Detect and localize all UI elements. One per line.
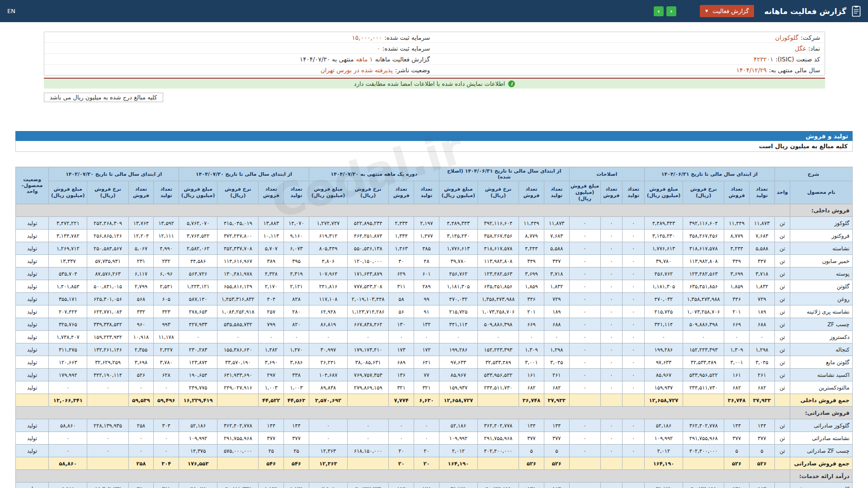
col-subheader-amount: مبلغ فروش (میلیون ریال) bbox=[569, 181, 600, 204]
value-cell: ۱,۸۵۹ bbox=[519, 280, 544, 293]
value-cell: ۱۱,۸۷۳ bbox=[749, 217, 774, 230]
value-cell: ۶۲۸ bbox=[154, 369, 179, 381]
value-cell: ۲,۵۸۲,۰۶۲ bbox=[179, 242, 217, 255]
status-cell: تولید bbox=[16, 343, 49, 356]
value-cell: ۵۲۶ bbox=[724, 457, 750, 470]
value-cell: ۵ bbox=[749, 445, 774, 457]
value-cell: ۵۰۰,۸۴۱,۰۱۵ bbox=[87, 280, 128, 293]
unit-cell: تن bbox=[774, 305, 790, 318]
value-cell: ۲۵۷ bbox=[259, 305, 284, 318]
report-type-dropdown[interactable]: گزارش فعالیت ▼ bbox=[700, 5, 755, 17]
unit-cell: تن bbox=[774, 293, 790, 305]
col-subheader-qty_sold: تعداد فروش bbox=[259, 181, 284, 204]
value-cell: ۰ bbox=[600, 483, 623, 488]
status-cell: تولید bbox=[16, 255, 49, 267]
product-name-cell: گلوتن مایع bbox=[790, 356, 853, 369]
value-cell: ۴۵۲,۴۳۷,۷۰۸ bbox=[217, 242, 259, 255]
value-cell: ۳,۰۰۱ bbox=[519, 356, 544, 369]
info-label: شرکت: bbox=[801, 34, 820, 41]
info-value-link[interactable]: گلوکوزان bbox=[775, 34, 798, 41]
value-cell bbox=[569, 394, 600, 407]
value-cell: ۰ bbox=[87, 432, 128, 445]
value-cell: ۹۹۳ bbox=[154, 318, 179, 331]
value-cell: ۰ bbox=[128, 381, 154, 394]
product-name-cell: پوسته bbox=[790, 267, 853, 280]
value-cell: ۱,۸۳۲ bbox=[544, 280, 569, 293]
value-cell: ۴۰,۸۱۱,۳۳۷ bbox=[217, 483, 259, 488]
value-cell: ۴,۹۹۰ bbox=[154, 242, 179, 255]
header-row-cols: نام محصولواحدتعداد تولیدتعداد فروشنرخ فر… bbox=[16, 181, 853, 204]
value-cell: ۸۶,۸۱۹ bbox=[309, 318, 347, 331]
value-cell: ۰ bbox=[179, 331, 217, 343]
value-cell bbox=[623, 394, 645, 407]
product-row: گلوتنتن۱,۸۳۲۱,۸۵۹۶۳۵,۴۵۱,۸۵۶۱,۱۸۱,۳۰۵۰۰۰… bbox=[16, 280, 853, 293]
sum-row: جمع فروش صادراتی۵۲۶۵۲۶۱۶۴,۱۹۰۵۲۶۵۲۶۱۶۴,۱… bbox=[16, 457, 853, 470]
value-cell: ۱,۱۲۹ bbox=[259, 483, 284, 488]
value-cell: ۵,۰۶۷ bbox=[128, 242, 154, 255]
value-cell: ۰ bbox=[569, 369, 600, 381]
value-cell: ۵۷,۷۳۵,۹۳۱ bbox=[87, 255, 128, 267]
value-cell: ۴۱۵,۰۴۵,۰۱۹ bbox=[217, 217, 259, 230]
info-row: وضعیت ناشر:پذیرفته شده در بورس تهران bbox=[44, 65, 434, 75]
unit-cell: تن bbox=[774, 318, 790, 331]
product-row: نشاستهتن۵,۵۸۸۴,۲۴۴۴۱۸,۶۱۷,۵۷۸۱,۷۷۶,۶۱۳۰۰… bbox=[16, 242, 853, 255]
value-cell: ۳,۶۹۹ bbox=[519, 267, 544, 280]
value-cell: ۴,۳۲۸ bbox=[259, 267, 284, 280]
value-cell: ۳۷۷ bbox=[259, 432, 284, 445]
language-toggle-en[interactable]: EN bbox=[7, 8, 15, 14]
value-cell: ۰ bbox=[154, 381, 179, 394]
table-body: فروش داخلی:گلوکوزتن۱۱,۸۷۳۱۱,۴۴۹۳۹۲,۱۱۶,۶… bbox=[16, 204, 853, 488]
value-cell: ۱۲۳,۸۷۴ bbox=[179, 356, 217, 369]
value-cell: ۰ bbox=[414, 331, 439, 343]
value-cell: ۱۴۴ bbox=[259, 419, 284, 432]
value-cell: ۰ bbox=[600, 293, 623, 305]
info-col-right: شرکت:گلوکوزاننماد:غگلکد صنعت (ISIC):۴۲۳۲… bbox=[434, 32, 825, 75]
chevron-down-icon: ▼ bbox=[705, 9, 708, 13]
value-cell: ۳۲۱ bbox=[414, 381, 439, 394]
value-cell bbox=[87, 394, 128, 407]
value-cell: ۳۳۹,۳۳۸,۵۴۲ bbox=[87, 318, 128, 331]
value-cell: ۳۶,۷۴۸ bbox=[724, 394, 750, 407]
value-cell: ۲۵۸ bbox=[128, 419, 154, 432]
value-cell: ۰ bbox=[644, 331, 683, 343]
value-cell: ۹۶۰ bbox=[128, 318, 154, 331]
value-cell: ۲۳۰,۲۸۳ bbox=[179, 343, 217, 356]
value-cell: ۰ bbox=[348, 331, 389, 343]
value-cell: ۱۴,۳۷۵ bbox=[179, 445, 217, 457]
value-cell: ۰ bbox=[569, 318, 600, 331]
value-cell: ۲۰ bbox=[414, 445, 439, 457]
value-cell: ۲,۰۱۲ bbox=[439, 445, 477, 457]
product-row: گلوتن مایعتن۳,۰۴۵۳,۰۰۱۳۲,۵۳۳,۴۸۹۹۷,۶۳۳۰۰… bbox=[16, 356, 853, 369]
value-cell: ۱۴,۰۷۰ bbox=[284, 217, 309, 230]
unit-cell bbox=[774, 457, 790, 470]
value-cell: ۳۸,۰۸۵,۶۳۱ bbox=[348, 356, 389, 369]
info-suffix: منتهی به ۱۴۰۴/۰۷/۳۰ bbox=[300, 56, 354, 63]
value-cell: ۶۸۲ bbox=[544, 381, 569, 394]
value-cell: ۱۷۹,۹۹۲ bbox=[49, 369, 87, 381]
value-cell: ۰ bbox=[623, 343, 645, 356]
col-header-status: وضعیت محصول-واحد bbox=[16, 167, 49, 204]
value-cell: ۱,۴۲۳,۱۲۱ bbox=[179, 280, 217, 293]
value-cell: ۰ bbox=[569, 381, 600, 394]
value-cell: ۲۵۸ bbox=[128, 457, 154, 470]
col-group-header: از ابتدای سال مالی تا تاریخ ۱۴۰۴/۰۶/۳۱ bbox=[644, 167, 774, 181]
next-report-button[interactable]: › bbox=[666, 6, 676, 16]
col-subheader-qty_sold: تعداد فروش bbox=[519, 181, 544, 204]
value-cell: ۲۵۶,۸۶۵,۱۲۶ bbox=[87, 230, 128, 242]
value-cell: ۳,۱۴۵,۲۳۰ bbox=[439, 230, 477, 242]
info-label: کد صنعت (ISIC): bbox=[776, 56, 820, 63]
value-cell: ۶۶۹ bbox=[519, 318, 544, 331]
value-cell: ۱۵۲,۲۴۳,۳۹۳ bbox=[683, 343, 724, 356]
value-cell: ۴,۴۸۹,۳۴۳ bbox=[644, 217, 683, 230]
value-cell: ۵۲۶ bbox=[749, 457, 774, 470]
unit-cell: تن bbox=[774, 483, 790, 488]
value-cell: ۳۵۸,۲۶۷,۴۵۶ bbox=[683, 230, 724, 242]
previous-report-button[interactable]: ‹ bbox=[654, 6, 664, 16]
value-cell: ۱,۷۷۶,۶۱۳ bbox=[644, 242, 683, 255]
info-value-link[interactable]: غگل bbox=[795, 45, 806, 52]
value-cell: ۵۶۴,۷۲۶ bbox=[179, 267, 217, 280]
value-cell: ۶۶۷,۸۳۸,۴۶۲ bbox=[348, 318, 389, 331]
col-header-unit: واحد bbox=[774, 181, 790, 204]
value-cell: ۷,۶۸۳ bbox=[749, 230, 774, 242]
value-cell: ۲۵ bbox=[259, 445, 284, 457]
